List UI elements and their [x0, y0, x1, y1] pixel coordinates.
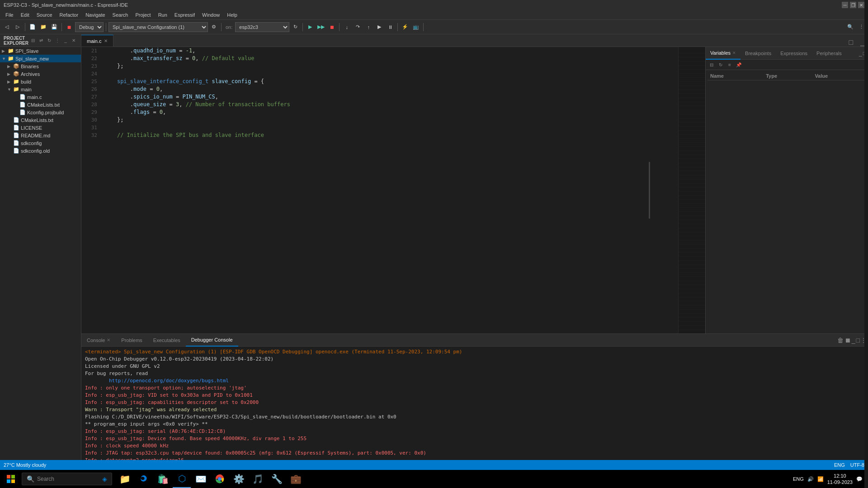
clear-console-btn[interactable]: 🗑 [837, 337, 844, 344]
tree-item-build[interactable]: ▶ 📁 build [0, 78, 81, 85]
start-button[interactable] [2, 470, 20, 488]
tab-problems[interactable]: Problems [116, 334, 147, 347]
toolbar-open[interactable]: 📁 [38, 22, 48, 32]
tree-item-sdkconfig-old[interactable]: ▶ 📄 sdkconfig.old [0, 147, 81, 155]
taskbar-chrome[interactable] [211, 470, 229, 488]
toolbar-new[interactable]: 📄 [28, 22, 38, 32]
pin-vars-btn[interactable]: 📌 [735, 61, 743, 69]
menu-espressif[interactable]: Espressif [171, 11, 198, 19]
menu-refactor[interactable]: Refactor [56, 11, 82, 19]
close-button[interactable]: ✕ [858, 2, 864, 8]
menu-project[interactable]: Project [132, 11, 154, 19]
menu-file[interactable]: File [2, 11, 17, 19]
toolbar-step-over[interactable]: ↷ [353, 22, 363, 32]
sync-icon[interactable]: ↻ [46, 37, 53, 44]
bottom-maximize-btn[interactable]: □ [856, 337, 860, 344]
toolbar-suspend[interactable]: ⏸ [385, 22, 395, 32]
refresh-vars-btn[interactable]: ↻ [717, 61, 725, 69]
tab-peripherals[interactable]: Peripherals [812, 47, 846, 60]
toolbar-resume[interactable]: ▶ [374, 22, 384, 32]
taskbar-file-explorer[interactable]: 📁 [116, 470, 134, 488]
tree-item-main[interactable]: ▼ 📁 main [0, 85, 81, 93]
taskbar-app-8[interactable]: 🎵 [249, 470, 267, 488]
config-dropdown[interactable]: Debug [75, 22, 104, 32]
code-editor[interactable]: 21 .quadhd_io_num = -1, 22 .max_transfer… [81, 47, 678, 333]
variables-toolbar: ⊟ ↻ ≡ 📌 [706, 60, 868, 70]
target-dropdown[interactable]: esp32c3 [235, 22, 289, 32]
explorer-menu-icon[interactable]: ⋮ [54, 37, 61, 44]
tree-item-binaries[interactable]: ▶ 📦 Binaries [0, 62, 81, 70]
tab-debugger-console[interactable]: Debugger Console [186, 334, 238, 347]
menu-edit[interactable]: Edit [17, 11, 33, 19]
toolbar-monitor[interactable]: 📺 [411, 22, 421, 32]
notification-icon[interactable]: 💬 [856, 476, 863, 482]
tree-item-kconfig[interactable]: ▶ 📄 Kconfig.projbuild [0, 108, 81, 116]
svg-rect-0 [7, 475, 10, 479]
taskbar-mail[interactable]: ✉️ [192, 470, 210, 488]
tab-console-close[interactable]: ✕ [107, 338, 110, 343]
layout-vars-btn[interactable]: ≡ [726, 61, 734, 69]
toolbar-step-return[interactable]: ↑ [363, 22, 373, 32]
tree-item-main-c[interactable]: ▶ 📄 main.c [0, 93, 81, 101]
menu-help[interactable]: Help [223, 11, 241, 19]
console-line-7: Info : esp_usb_jtag: capabilities descri… [85, 399, 864, 406]
tree-item-spi-slave-new[interactable]: ▼ 📁 Spi_slave_new [0, 55, 81, 62]
restore-button[interactable]: ❐ [850, 2, 856, 8]
taskbar-edge[interactable] [135, 470, 153, 488]
collapse-all-icon[interactable]: ⊟ [29, 37, 37, 44]
taskbar-vscode[interactable]: ⬡ [173, 470, 191, 488]
target-refresh[interactable]: ↻ [290, 22, 300, 32]
tab-main-c-close[interactable]: ✕ [104, 38, 108, 43]
link-editor-icon[interactable]: ⇌ [38, 37, 45, 44]
tab-executables[interactable]: Executables [148, 334, 186, 347]
tab-expressions[interactable]: Expressions [776, 47, 812, 60]
tab-variables[interactable]: Variables ✕ [706, 47, 741, 60]
collapse-all-vars-btn[interactable]: ⊟ [708, 61, 716, 69]
toolbar-stop[interactable]: ⏹ [327, 22, 337, 32]
tree-item-license[interactable]: ▶ 📄 LICENSE [0, 124, 81, 131]
maximize-editor-btn[interactable]: □ [845, 38, 857, 47]
tab-breakpoints[interactable]: Breakpoints [741, 47, 776, 60]
col-name: Name [708, 72, 763, 80]
taskbar-settings[interactable]: ⚙️ [230, 470, 248, 488]
tree-item-sdkconfig[interactable]: ▶ 📄 sdkconfig [0, 139, 81, 147]
toolbar-run[interactable]: ▶ [305, 22, 315, 32]
menu-window[interactable]: Window [198, 11, 223, 19]
close-explorer-icon[interactable]: ✕ [70, 37, 77, 44]
panel-minimize-btn[interactable]: _ [859, 50, 862, 56]
tab-main-c[interactable]: main.c ✕ [81, 35, 113, 47]
tree-item-spi-slave[interactable]: ▶ 📁 SPI_Slave [0, 47, 81, 55]
toolbar-step-into[interactable]: ↓ [342, 22, 352, 32]
tab-variables-close[interactable]: ✕ [732, 51, 736, 55]
tab-console[interactable]: Console ✕ [81, 334, 116, 347]
toolbar-save[interactable]: 💾 [49, 22, 59, 32]
tab-main-c-label: main.c [87, 38, 101, 44]
minimize-view-icon[interactable]: _ [62, 37, 69, 44]
menu-source[interactable]: Source [33, 11, 56, 19]
tree-item-cmakelists-root[interactable]: ▶ 📄 CMakeLists.txt [0, 116, 81, 124]
tree-item-readme[interactable]: ▶ 📄 README.md [0, 131, 81, 139]
volume-icon: 📶 [817, 476, 824, 482]
minimize-button[interactable]: ─ [842, 2, 848, 8]
taskbar-app-10[interactable]: 💼 [287, 470, 305, 488]
toolbar-zoom-in[interactable]: 🔍 [845, 22, 855, 32]
toolbar-debug-run[interactable]: ▶▶ [316, 22, 326, 32]
store-icon: 🛍️ [157, 474, 169, 484]
tree-item-cmakelists-main[interactable]: ▶ 📄 CMakeLists.txt [0, 101, 81, 108]
menu-search[interactable]: Search [109, 11, 132, 19]
taskbar-search-box[interactable]: 🔍 Search ◈ [22, 473, 112, 485]
stop-debugger-btn[interactable]: ⏹ [844, 337, 851, 344]
menu-navigate[interactable]: Navigate [82, 11, 108, 19]
toolbar-flash[interactable]: ⚡ [400, 22, 410, 32]
toolbar-forward[interactable]: ▷ [13, 22, 23, 32]
taskbar-store[interactable]: 🛍️ [154, 470, 172, 488]
taskbar-clock[interactable]: 12:10 11-09-2023 [827, 473, 853, 485]
taskbar-app-9[interactable]: 🔧 [268, 470, 286, 488]
bottom-minimize-btn[interactable]: _ [852, 337, 855, 344]
menu-run[interactable]: Run [155, 11, 171, 19]
toolbar-back[interactable]: ◁ [2, 22, 12, 32]
configuration-dropdown[interactable]: Spi_slave_new Configuration (1) [108, 22, 208, 32]
tree-item-archives[interactable]: ▶ 📦 Archives [0, 70, 81, 78]
toolbar-debug-stop[interactable]: ■ [64, 22, 74, 32]
config-settings[interactable]: ⚙ [209, 22, 219, 32]
